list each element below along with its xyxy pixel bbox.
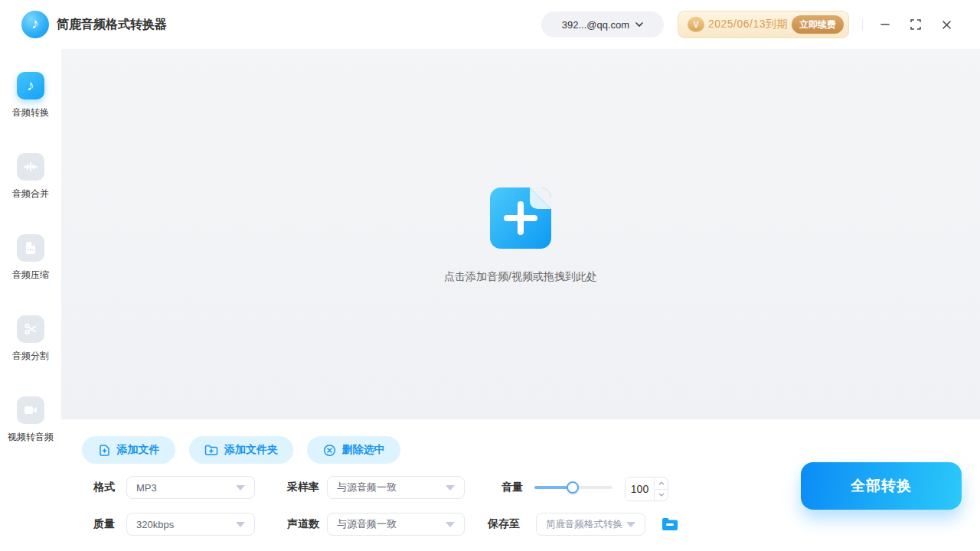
app-window: 简鹿音频格式转换器 392...@qq.com V 2025/06/13到期 立…	[0, 0, 980, 551]
titlebar-divider	[862, 18, 863, 31]
minimize-icon	[880, 19, 890, 30]
convert-all-button[interactable]: 全部转换	[801, 462, 962, 510]
scissors-icon	[17, 315, 44, 343]
volume-input[interactable]	[626, 478, 654, 500]
file-plus-icon	[98, 444, 111, 457]
sidebar-item-label: 音频转换	[12, 106, 49, 119]
account-dropdown[interactable]: 392...@qq.com	[541, 11, 664, 37]
format-value: MP3	[136, 482, 230, 494]
compress-file-icon	[17, 234, 44, 262]
quality-select[interactable]: 320kbps	[126, 513, 255, 536]
vip-crown-icon: V	[688, 17, 704, 32]
app-title: 简鹿音频格式转换器	[57, 0, 167, 49]
file-dropzone[interactable]: 点击添加音频/视频或拖拽到此处	[61, 187, 980, 284]
sidebar-item-label: 音频合并	[12, 187, 49, 201]
account-email: 392...@qq.com	[562, 19, 629, 31]
music-note-icon: ♪	[17, 72, 44, 99]
circle-x-icon	[323, 444, 336, 457]
sidebar-nav: ♪ 音频转换 音频合并 音频压缩	[0, 49, 61, 551]
add-file-label: 添加文件	[117, 443, 160, 457]
close-icon	[942, 20, 952, 30]
close-button[interactable]	[937, 15, 956, 34]
sidebar-item-video-to-audio[interactable]: 视频转音频	[0, 396, 61, 444]
channels-label: 声道数	[287, 513, 319, 536]
dropdown-triangle-icon	[236, 522, 245, 527]
maximize-icon	[910, 19, 921, 30]
add-folder-label: 添加文件夹	[224, 443, 278, 457]
save-to-label: 保存至	[488, 513, 520, 536]
merge-arrows-icon	[17, 153, 44, 181]
dropdown-triangle-icon	[626, 522, 635, 527]
quality-value: 320kbps	[136, 519, 230, 530]
dropzone-hint-text: 点击添加音频/视频或拖拽到此处	[444, 270, 597, 284]
video-camera-icon	[17, 396, 44, 424]
folder-plus-icon	[204, 444, 218, 456]
chevron-down-icon	[635, 22, 643, 27]
delete-selected-label: 删除选中	[342, 443, 385, 457]
dropdown-triangle-icon	[446, 522, 455, 527]
spinner-up-icon[interactable]	[655, 478, 668, 490]
volume-label: 音量	[501, 476, 523, 499]
maximize-button[interactable]	[906, 15, 925, 34]
sidebar-item-label: 音频分割	[12, 350, 49, 363]
add-file-plus-icon	[490, 187, 551, 249]
sample-rate-value: 与源音频一致	[337, 481, 439, 494]
folder-icon	[662, 517, 678, 531]
spinner-down-icon[interactable]	[655, 490, 668, 501]
sidebar-item-label: 音频压缩	[12, 269, 49, 282]
open-folder-button[interactable]	[660, 515, 680, 533]
renew-button[interactable]: 立即续费	[792, 15, 844, 34]
channels-value: 与源音频一致	[337, 517, 439, 531]
vip-status-banner: V 2025/06/13到期 立即续费	[678, 11, 849, 38]
slider-thumb[interactable]	[567, 481, 579, 494]
title-bar: 简鹿音频格式转换器 392...@qq.com V 2025/06/13到期 立…	[0, 0, 980, 49]
app-logo-icon	[21, 11, 49, 38]
save-to-select[interactable]: 简鹿音频格式转换器	[536, 513, 645, 536]
bottom-panel: 添加文件 添加文件夹 删除选中 格式 MP3 采样率 与源音频一致	[0, 419, 980, 551]
add-file-button[interactable]: 添加文件	[82, 436, 175, 464]
format-label: 格式	[93, 476, 115, 499]
volume-number-box	[625, 477, 668, 501]
channels-select[interactable]: 与源音频一致	[327, 513, 465, 536]
sidebar-item-audio-split[interactable]: 音频分割	[0, 315, 61, 363]
dropdown-triangle-icon	[446, 485, 455, 491]
vip-expiry-text: 2025/06/13到期	[704, 18, 792, 31]
volume-slider[interactable]	[534, 484, 612, 491]
sidebar-item-label: 视频转音频	[8, 431, 54, 444]
main-content-area: 点击添加音频/视频或拖拽到此处	[61, 49, 980, 419]
sample-rate-label: 采样率	[287, 476, 319, 499]
sidebar-item-audio-compress[interactable]: 音频压缩	[0, 234, 61, 282]
delete-selected-button[interactable]: 删除选中	[307, 436, 400, 464]
minimize-button[interactable]	[876, 15, 894, 34]
sample-rate-select[interactable]: 与源音频一致	[327, 476, 465, 499]
format-select[interactable]: MP3	[126, 476, 255, 499]
add-folder-button[interactable]: 添加文件夹	[189, 436, 293, 464]
sidebar-item-audio-merge[interactable]: 音频合并	[0, 153, 61, 201]
sidebar-item-audio-convert[interactable]: ♪ 音频转换	[0, 72, 61, 119]
dropdown-triangle-icon	[236, 485, 245, 491]
quality-label: 质量	[93, 513, 115, 536]
volume-spinner	[654, 478, 668, 500]
save-to-value: 简鹿音频格式转换器	[546, 518, 623, 531]
